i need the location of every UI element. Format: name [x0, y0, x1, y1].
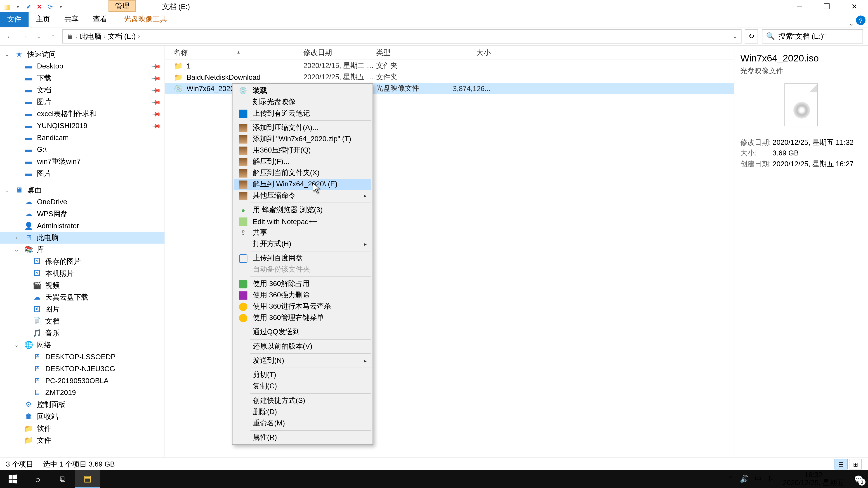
tree-item[interactable]: 🖥 ZMT2019: [0, 387, 164, 398]
tree-item[interactable]: ☁ 天翼云盘下载: [0, 291, 164, 303]
expand-icon[interactable]: ⌄: [13, 247, 20, 253]
context-menu-item[interactable]: 💿 装载: [234, 85, 371, 96]
context-menu-item[interactable]: 解压到 Win7x64_2020\ (E): [234, 179, 371, 190]
context-menu-item[interactable]: 其他压缩命令 ▸: [234, 190, 371, 201]
tree-item[interactable]: ▬ 图片 📌: [0, 96, 164, 108]
tree-item[interactable]: ☁ OneDrive: [0, 196, 164, 208]
expand-icon[interactable]: ⌄: [4, 187, 11, 193]
context-menu-item[interactable]: 解压到(F)...: [234, 156, 371, 167]
nav-up-button[interactable]: ↑: [48, 31, 58, 41]
view-details-button[interactable]: ☰: [835, 459, 848, 469]
refresh-button[interactable]: ↻: [745, 29, 758, 43]
ribbon-tab-file[interactable]: 文件: [0, 12, 29, 27]
ribbon-tab-home[interactable]: 主页: [29, 12, 57, 27]
col-header-type[interactable]: 类型: [376, 48, 437, 58]
context-menu-item[interactable]: 使用 360强力删除: [234, 290, 371, 301]
tree-item[interactable]: ⌄ 🖥 桌面: [0, 184, 164, 196]
col-header-size[interactable]: 大小: [437, 48, 497, 58]
tree-item[interactable]: 📁 软件: [0, 422, 164, 434]
help-icon[interactable]: ?: [856, 15, 866, 25]
search-input[interactable]: 🔍 搜索"文档 (E:)": [762, 29, 863, 43]
tree-item[interactable]: 🖼 图片: [0, 303, 164, 315]
tree-item[interactable]: ☁ WPS网盘: [0, 208, 164, 220]
file-row[interactable]: 📁 BaiduNetdiskDownload 2020/12/25, 星期五 1…: [165, 71, 734, 83]
nav-recent-icon[interactable]: ⌄: [33, 31, 44, 41]
ribbon-tab-disc-tools[interactable]: 光盘映像工具: [117, 12, 174, 27]
task-view-button[interactable]: ⧉: [50, 470, 75, 488]
tree-item[interactable]: 🗑 回收站: [0, 411, 164, 422]
context-menu-item[interactable]: 添加到 "Win7x64_2020.zip" (T): [234, 133, 371, 145]
qa-refresh-icon[interactable]: ⟳: [45, 2, 55, 11]
search-button[interactable]: ⌕: [25, 470, 50, 488]
navigation-pane[interactable]: ⌄ ★ 快速访问 ▬ Desktop 📌 ▬ 下载 📌 ▬ 文档 📌 ▬ 图片 …: [0, 46, 165, 457]
taskbar-clock[interactable]: 16:32 2020/12/25, 星期五: [778, 471, 849, 487]
context-menu-item[interactable]: 创建快捷方式(S): [234, 395, 371, 406]
tree-item[interactable]: 📄 文档: [0, 315, 164, 327]
ime-indicator[interactable]: 中: [755, 474, 762, 484]
tree-item[interactable]: 🖥 DESKTOP-LSSOEDP: [0, 351, 164, 363]
address-path[interactable]: 🖥 › 此电脑 › 文档 (E:) › ⌄: [62, 29, 741, 43]
system-tray[interactable]: ⌃ 🔊 中 ⚐: [724, 474, 778, 484]
context-menu-item[interactable]: 发送到(N) ▸: [234, 355, 371, 366]
ribbon-tab-view[interactable]: 查看: [86, 12, 115, 27]
ribbon-collapse-icon[interactable]: ⌄: [849, 20, 854, 27]
volume-icon[interactable]: 🔊: [740, 475, 749, 483]
context-menu-item[interactable]: ● 用 蜂蜜浏览器 浏览(3): [234, 204, 371, 216]
tree-item[interactable]: ▬ Desktop 📌: [0, 60, 164, 72]
security-icon[interactable]: ⚐: [768, 475, 774, 483]
explorer-taskbar-button[interactable]: ▤: [75, 470, 100, 488]
expand-icon[interactable]: ⌄: [13, 342, 20, 348]
maximize-button[interactable]: ❐: [813, 0, 840, 13]
minimize-button[interactable]: ─: [786, 0, 813, 13]
context-menu-item[interactable]: 刻录光盘映像: [234, 96, 371, 108]
file-row[interactable]: 📁 1 2020/12/15, 星期二 1... 文件夹: [165, 60, 734, 71]
context-menu-item[interactable]: ⇪ 共享: [234, 227, 371, 238]
nav-forward-button[interactable]: →: [19, 31, 30, 41]
ribbon-tab-share[interactable]: 共享: [57, 12, 86, 27]
context-menu-item[interactable]: Edit with Notepad++: [234, 216, 371, 227]
context-menu-item[interactable]: 打开方式(H) ▸: [234, 238, 371, 250]
column-headers[interactable]: 名称 修改日期 类型 大小 ▴: [165, 46, 734, 60]
context-menu-item[interactable]: 用360压缩打开(Q): [234, 145, 371, 156]
tree-item[interactable]: 🖥 DESKTOP-NJEU3CG: [0, 363, 164, 375]
tree-item[interactable]: ▬ 下载 📌: [0, 72, 164, 84]
tray-chevron-icon[interactable]: ⌃: [728, 475, 734, 483]
tree-item[interactable]: ▬ 文档 📌: [0, 84, 164, 96]
notification-button[interactable]: 💬3: [849, 470, 868, 488]
tree-item[interactable]: 👤 Administrator: [0, 220, 164, 232]
tree-item[interactable]: 🖥 PC-20190530OBLA: [0, 375, 164, 387]
tree-item[interactable]: ▬ excel表格制作求和 📌: [0, 108, 164, 120]
context-menu-item[interactable]: 删除(D): [234, 406, 371, 418]
context-menu-item[interactable]: 解压到当前文件夹(X): [234, 167, 371, 179]
context-menu-item[interactable]: 属性(R): [234, 432, 371, 443]
tree-item[interactable]: 🖼 本机照片: [0, 267, 164, 280]
tree-item[interactable]: 📁 文件: [0, 434, 164, 446]
context-menu-item[interactable]: 剪切(T): [234, 369, 371, 381]
context-menu-item[interactable]: 添加到压缩文件(A)...: [234, 122, 371, 133]
breadcrumb-this-pc[interactable]: 此电脑: [80, 31, 101, 41]
qa-more-icon[interactable]: ▾: [56, 2, 66, 11]
nav-back-button[interactable]: ←: [5, 31, 16, 41]
context-menu-item[interactable]: 复制(C): [234, 381, 371, 392]
tree-item[interactable]: › 🖥 此电脑: [0, 232, 164, 244]
tree-item[interactable]: ⌄ 🌐 网络: [0, 339, 164, 351]
context-menu-item[interactable]: 上传到百度网盘: [234, 253, 371, 264]
tree-item[interactable]: ⌄ ★ 快速访问: [0, 48, 164, 60]
tree-item[interactable]: ▬ 图片: [0, 167, 164, 180]
tree-item[interactable]: ⚙ 控制面板: [0, 398, 164, 411]
context-menu-item[interactable]: 重命名(M): [234, 418, 371, 429]
expand-icon[interactable]: ›: [13, 235, 20, 240]
qa-check-icon[interactable]: ✔: [24, 2, 33, 11]
context-menu-item[interactable]: 使用 360解除占用: [234, 278, 371, 289]
chevron-right-icon[interactable]: ›: [76, 33, 78, 39]
close-button[interactable]: ✕: [840, 0, 868, 13]
tree-item[interactable]: 🎵 音乐: [0, 327, 164, 339]
tree-item[interactable]: 🎬 视频: [0, 280, 164, 291]
tree-item[interactable]: ▬ Bandicam: [0, 132, 164, 144]
chevron-right-icon[interactable]: ›: [138, 33, 140, 39]
view-icons-button[interactable]: ⊞: [849, 459, 862, 469]
context-menu-item[interactable]: 使用 360进行木马云查杀: [234, 301, 371, 312]
tree-item[interactable]: ▬ win7重装win7: [0, 156, 164, 167]
col-header-date[interactable]: 修改日期: [303, 48, 376, 58]
tree-item[interactable]: 🖼 保存的图片: [0, 256, 164, 267]
